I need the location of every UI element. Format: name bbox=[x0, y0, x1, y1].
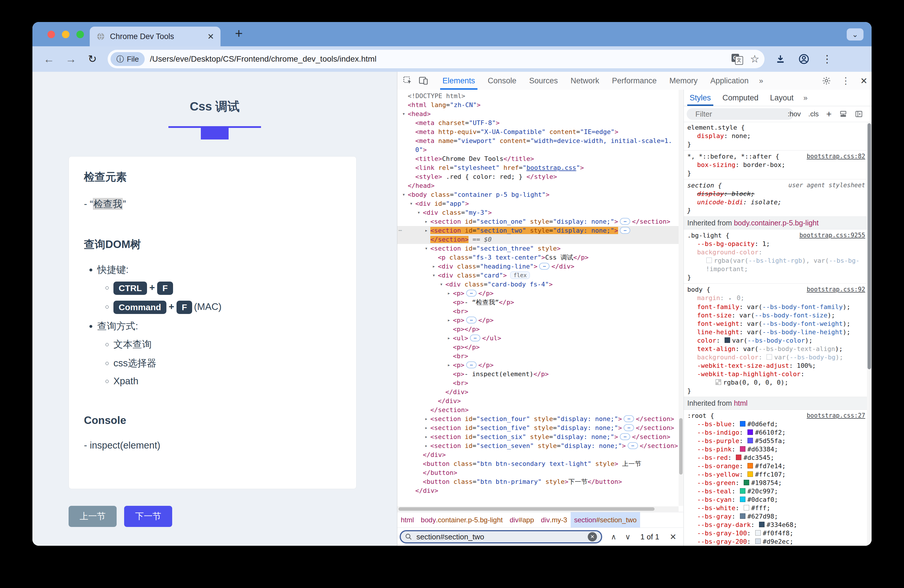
color-swatch[interactable] bbox=[725, 337, 730, 343]
css-property[interactable]: background-color: var(--bs-body-bg); bbox=[687, 353, 863, 362]
download-icon[interactable] bbox=[775, 54, 786, 65]
collapse-arrow-icon[interactable]: ▾ bbox=[400, 109, 407, 119]
devtools-close-icon[interactable]: ✕ bbox=[860, 76, 868, 86]
forward-button[interactable]: → bbox=[65, 53, 76, 65]
expand-children-ellipsis-button[interactable]: ⋯ bbox=[466, 316, 477, 324]
css-property[interactable]: line-height: var(--bs-body-line-height); bbox=[687, 328, 863, 336]
expand-children-ellipsis-button[interactable]: ⋯ bbox=[620, 433, 630, 440]
dom-tree-row[interactable]: ▾<div class="card">flex bbox=[397, 271, 679, 280]
styles-vertical-scrollbar[interactable] bbox=[867, 122, 872, 546]
tab-network[interactable]: Network bbox=[564, 72, 606, 90]
css-property[interactable]: box-sizing: border-box; bbox=[687, 161, 863, 169]
dom-tree-row[interactable]: <br> bbox=[397, 307, 679, 316]
tab-close-icon[interactable]: ✕ bbox=[207, 32, 214, 41]
dom-tree-row[interactable]: ▾<div class="my-3"> bbox=[397, 208, 679, 217]
more-tabs-icon[interactable]: » bbox=[755, 76, 767, 85]
more-style-tabs-icon[interactable]: » bbox=[799, 93, 811, 103]
dom-tree-row[interactable]: ▾<div id="app"> bbox=[397, 199, 679, 208]
expand-shorthand-icon[interactable]: ▸ bbox=[729, 296, 732, 301]
expand-children-ellipsis-button[interactable]: ⋯ bbox=[624, 415, 634, 422]
color-swatch[interactable] bbox=[744, 505, 749, 511]
dom-tree-row[interactable]: ▸<div class="heading-line">⋯</div> bbox=[397, 262, 679, 271]
filter-input[interactable] bbox=[695, 109, 793, 119]
color-swatch[interactable] bbox=[706, 258, 712, 263]
dom-tree-row[interactable]: ▾<body class="container p-5 bg-light"> bbox=[397, 190, 679, 199]
dom-tree-row[interactable]: ▸<ul>⋯</ul> bbox=[397, 334, 679, 343]
css-property[interactable]: --bs-gray-200: #d9e2ec; bbox=[687, 537, 863, 546]
dom-tree-row[interactable]: ▸<section id="section_four" style="displ… bbox=[397, 414, 679, 424]
color-swatch[interactable] bbox=[748, 471, 753, 477]
css-property[interactable]: --bs-bg-opacity: 1; bbox=[687, 240, 863, 248]
prev-section-button[interactable]: 上一节 bbox=[69, 506, 117, 527]
dom-tree-row[interactable]: ⋯▸<section id="section_two" style="displ… bbox=[397, 226, 679, 235]
css-property[interactable]: --bs-gray-100: #f0f4f8; bbox=[687, 529, 863, 537]
css-property[interactable]: display: block; bbox=[687, 190, 863, 198]
dom-tree-row[interactable]: ▸<section id="section_one" style="displa… bbox=[397, 217, 679, 226]
css-property[interactable]: --bs-teal: #20c997; bbox=[687, 487, 863, 495]
dom-tree-row[interactable]: <meta name="viewport" content="width=dev… bbox=[397, 136, 679, 145]
dom-tree-row[interactable]: </div> bbox=[397, 486, 679, 495]
css-property[interactable]: font-weight: var(--bs-body-font-weight); bbox=[687, 319, 863, 328]
css-property[interactable]: --bs-yellow: #ffc107; bbox=[687, 470, 863, 479]
sidebar-panel-icon[interactable] bbox=[855, 110, 863, 118]
stylesheet-source-link[interactable]: bootstrap.css:27 bbox=[807, 411, 865, 420]
expand-children-ellipsis-button[interactable]: ⋯ bbox=[466, 362, 477, 368]
css-property[interactable]: !important; bbox=[687, 265, 863, 273]
css-property[interactable]: --bs-green: #198754; bbox=[687, 479, 863, 487]
css-rule[interactable]: section {user agent stylesheetdisplay: b… bbox=[684, 179, 867, 217]
dom-tree-row[interactable]: </button> bbox=[397, 468, 679, 477]
dom-tree-row[interactable]: </div> bbox=[397, 387, 679, 397]
expand-arrow-icon[interactable]: ▸ bbox=[423, 414, 430, 424]
css-property[interactable]: --bs-purple: #5d55fa; bbox=[687, 437, 863, 445]
dom-tree-row[interactable]: ▾<head> bbox=[397, 109, 679, 119]
dom-tree-row[interactable]: 0"> bbox=[397, 145, 679, 154]
css-rule[interactable]: element.style {display: none;} bbox=[684, 122, 867, 150]
rendering-brush-icon[interactable] bbox=[839, 110, 847, 118]
css-selector[interactable]: element.style { bbox=[687, 123, 863, 132]
dom-tree-row[interactable]: ▾<section id="section_three" style> bbox=[397, 244, 679, 253]
breadcrumb-item[interactable]: section#section_two bbox=[571, 512, 640, 528]
breadcrumb-item[interactable]: div.my-3 bbox=[537, 512, 571, 528]
dom-tree-row[interactable]: <!DOCTYPE html> bbox=[397, 92, 679, 100]
css-property[interactable]: --bs-indigo: #6610f2; bbox=[687, 428, 863, 437]
color-swatch[interactable] bbox=[767, 354, 772, 360]
url-bar[interactable]: ⓘFile /Users/eve/Desktop/CS/Frontend/chr… bbox=[107, 50, 765, 68]
reload-button[interactable]: ↻ bbox=[88, 53, 96, 65]
settings-gear-icon[interactable] bbox=[822, 76, 831, 85]
css-property[interactable]: --bs-gray-dark: #334e68; bbox=[687, 520, 863, 529]
inherited-node-link[interactable]: body.container.p-5.bg-light bbox=[734, 219, 819, 227]
css-property[interactable]: --bs-red: #dc3545; bbox=[687, 454, 863, 462]
tab-styles[interactable]: Styles bbox=[684, 90, 717, 106]
css-property[interactable]: rgba(0, 0, 0, 0); bbox=[687, 378, 863, 387]
color-swatch[interactable] bbox=[748, 463, 753, 468]
expand-arrow-icon[interactable]: ▸ bbox=[423, 217, 430, 226]
css-property[interactable]: --bs-gray: #627d98; bbox=[687, 512, 863, 520]
collapse-arrow-icon[interactable]: ▾ bbox=[408, 199, 415, 208]
minimize-window-button[interactable] bbox=[62, 31, 70, 38]
next-section-button[interactable]: 下一节 bbox=[124, 506, 172, 527]
css-rule[interactable]: *, *::before, *::after {bootstrap.css:82… bbox=[684, 150, 867, 179]
flex-badge[interactable]: flex bbox=[510, 272, 530, 279]
tab-layout[interactable]: Layout bbox=[764, 90, 799, 106]
profile-icon[interactable] bbox=[798, 53, 810, 65]
color-swatch[interactable] bbox=[759, 522, 765, 527]
css-property[interactable]: unicode-bidi: isolate; bbox=[687, 198, 863, 206]
css-rule[interactable]: body {bootstrap.css:92margin: ▸ 0;font-f… bbox=[684, 284, 867, 397]
dom-tree-row[interactable]: <meta charset="UTF-8"> bbox=[397, 119, 679, 127]
dom-tree-row[interactable]: ▾<div class="card-body fs-4"> bbox=[397, 280, 679, 289]
zoom-window-button[interactable] bbox=[76, 31, 84, 38]
browser-menu-icon[interactable]: ⋮ bbox=[822, 53, 832, 65]
expand-arrow-icon[interactable]: ▸ bbox=[430, 262, 437, 271]
dom-tree-row[interactable]: <p>- inspect(element)</p> bbox=[397, 370, 679, 378]
dom-tree-row[interactable]: <html lang="zh-CN"> bbox=[397, 100, 679, 109]
expand-arrow-icon[interactable]: ▸ bbox=[445, 334, 452, 343]
collapse-arrow-icon[interactable]: ▾ bbox=[438, 280, 445, 289]
color-swatch[interactable] bbox=[755, 530, 761, 536]
expand-arrow-icon[interactable]: ▸ bbox=[423, 441, 430, 450]
expand-arrow-icon[interactable]: ▸ bbox=[445, 289, 452, 298]
dom-tree-row[interactable]: ▸<p>⋯</p> bbox=[397, 289, 679, 298]
expand-arrow-icon[interactable]: ▸ bbox=[445, 360, 452, 370]
tab-memory[interactable]: Memory bbox=[663, 72, 704, 90]
dom-tree-row[interactable]: ▸<section id="section_seven" style="disp… bbox=[397, 441, 679, 450]
css-property[interactable]: rgba(var(--bs-light-rgb), var(--bs-bg- bbox=[687, 256, 863, 265]
